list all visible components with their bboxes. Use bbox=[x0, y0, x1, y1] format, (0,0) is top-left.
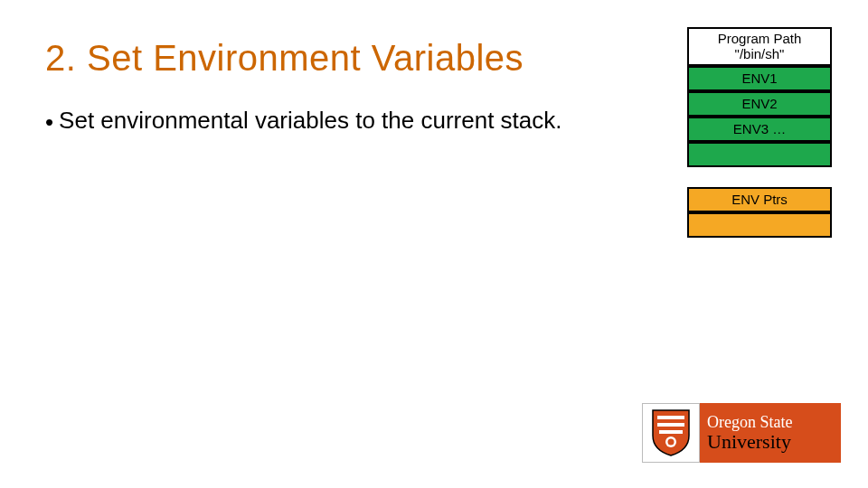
stack-cell-blank2 bbox=[687, 212, 832, 238]
osu-logo-text: Oregon State University bbox=[700, 403, 841, 463]
bullet-text: Set environmental variables to the curre… bbox=[59, 107, 561, 134]
svg-point-4 bbox=[668, 439, 675, 446]
slide-title: 2. Set Environment Variables bbox=[45, 38, 524, 79]
bullet-item: •Set environmental variables to the curr… bbox=[45, 107, 562, 136]
bullet-dot: • bbox=[45, 108, 53, 136]
osu-logo-line2: University bbox=[707, 432, 841, 452]
stack-cell-program-path: Program Path "/bin/sh" bbox=[687, 27, 832, 66]
svg-rect-0 bbox=[657, 416, 684, 419]
program-path-value: "/bin/sh" bbox=[691, 46, 828, 61]
program-path-label: Program Path bbox=[691, 31, 828, 46]
osu-shield-icon bbox=[642, 403, 700, 463]
stack-cell-env2: ENV2 bbox=[687, 91, 832, 117]
stack-gap bbox=[687, 167, 832, 187]
stack-cell-env3: ENV3 … bbox=[687, 117, 832, 142]
shield-svg-icon bbox=[650, 408, 692, 457]
stack-cell-blank1 bbox=[687, 142, 832, 167]
stack-cell-env-ptrs: ENV Ptrs bbox=[687, 187, 832, 212]
svg-rect-2 bbox=[659, 430, 683, 434]
stack-cell-env1: ENV1 bbox=[687, 66, 832, 91]
stack-diagram: Program Path "/bin/sh" ENV1 ENV2 ENV3 … … bbox=[687, 27, 832, 238]
osu-logo-line1: Oregon State bbox=[707, 414, 841, 430]
osu-logo: Oregon State University bbox=[642, 403, 841, 463]
svg-rect-1 bbox=[657, 423, 684, 427]
